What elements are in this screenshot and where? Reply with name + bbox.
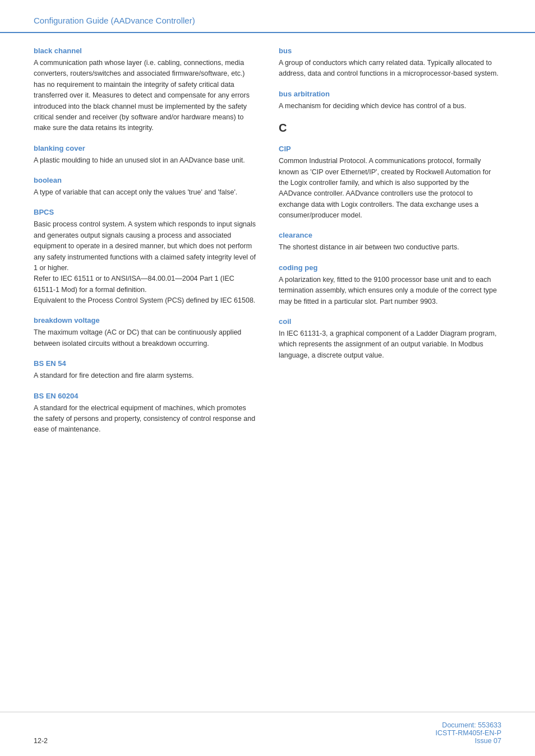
term-body-bs-en-54: A standard for fire detection and fire a… (34, 370, 256, 381)
term-body-cip: Common Industrial Protocol. A communicat… (279, 156, 501, 221)
term-block-coding-peg: coding pegA polarization key, fitted to … (279, 263, 501, 307)
term-block-black-channel: black channelA communication path whose … (34, 47, 256, 134)
document-issue: Issue 07 (436, 737, 501, 745)
left-column: black channelA communication path whose … (34, 47, 256, 698)
term-heading-black-channel: black channel (34, 47, 256, 55)
term-body-clearance: The shortest distance in air between two… (279, 242, 501, 253)
term-body-bs-en-60204: A standard for the electrical equipment … (34, 403, 256, 435)
term-body-black-channel: A communication path whose layer (i.e. c… (34, 58, 256, 134)
page-title: Configuration Guide (AADvance Controller… (34, 16, 195, 25)
page-footer: 12-2 Document: 553633 ICSTT-RM405f-EN-P … (0, 712, 535, 756)
term-body-coding-peg: A polarization key, fitted to the 9100 p… (279, 275, 501, 307)
page: Configuration Guide (AADvance Controller… (0, 0, 535, 756)
term-block-cip: CIPCommon Industrial Protocol. A communi… (279, 145, 501, 221)
term-block-clearance: clearanceThe shortest distance in air be… (279, 231, 501, 253)
term-body-bus-arbitration: A mechanism for deciding which device ha… (279, 101, 501, 112)
section-letter-label: C (279, 122, 501, 134)
term-body-bus: A group of conductors which carry relate… (279, 58, 501, 80)
term-block-bus-arbitration: bus arbitrationA mechanism for deciding … (279, 90, 501, 112)
term-heading-bus-arbitration: bus arbitration (279, 90, 501, 98)
term-heading-bus: bus (279, 47, 501, 55)
term-heading-boolean: boolean (34, 176, 256, 184)
page-number: 12-2 (34, 737, 48, 745)
document-info: Document: 553633 ICSTT-RM405f-EN-P Issue… (436, 721, 501, 745)
term-heading-cip: CIP (279, 145, 501, 153)
term-block-breakdown-voltage: breakdown voltageThe maximum voltage (AC… (34, 316, 256, 349)
page-header: Configuration Guide (AADvance Controller… (0, 0, 535, 33)
term-heading-clearance: clearance (279, 231, 501, 239)
term-body-breakdown-voltage: The maximum voltage (AC or DC) that can … (34, 327, 256, 349)
term-block-bpcs: BPCSBasic process control system. A syst… (34, 208, 256, 306)
term-body-blanking-cover: A plastic moulding to hide an unused slo… (34, 155, 256, 166)
document-number: Document: 553633 (436, 721, 501, 729)
term-body-coil: In IEC 61131-3, a graphical component of… (279, 328, 501, 361)
main-content: black channelA communication path whose … (0, 33, 535, 712)
term-block-coil: coilIn IEC 61131-3, a graphical componen… (279, 317, 501, 361)
term-heading-bpcs: BPCS (34, 208, 256, 216)
term-block-bs-en-60204: BS EN 60204A standard for the electrical… (34, 392, 256, 435)
document-ref: ICSTT-RM405f-EN-P (436, 729, 501, 737)
term-block-bs-en-54: BS EN 54A standard for fire detection an… (34, 359, 256, 381)
section-letter-c: C (279, 122, 501, 134)
term-heading-bs-en-60204: BS EN 60204 (34, 392, 256, 400)
term-body-bpcs: Basic process control system. A system w… (34, 219, 256, 306)
term-block-bus: busA group of conductors which carry rel… (279, 47, 501, 80)
term-body-boolean: A type of variable that can accept only … (34, 187, 256, 198)
term-heading-breakdown-voltage: breakdown voltage (34, 316, 256, 324)
term-block-boolean: booleanA type of variable that can accep… (34, 176, 256, 198)
term-heading-coding-peg: coding peg (279, 263, 501, 272)
term-block-blanking-cover: blanking coverA plastic moulding to hide… (34, 144, 256, 166)
right-column: busA group of conductors which carry rel… (279, 47, 501, 698)
term-heading-bs-en-54: BS EN 54 (34, 359, 256, 368)
term-heading-coil: coil (279, 317, 501, 326)
term-heading-blanking-cover: blanking cover (34, 144, 256, 152)
